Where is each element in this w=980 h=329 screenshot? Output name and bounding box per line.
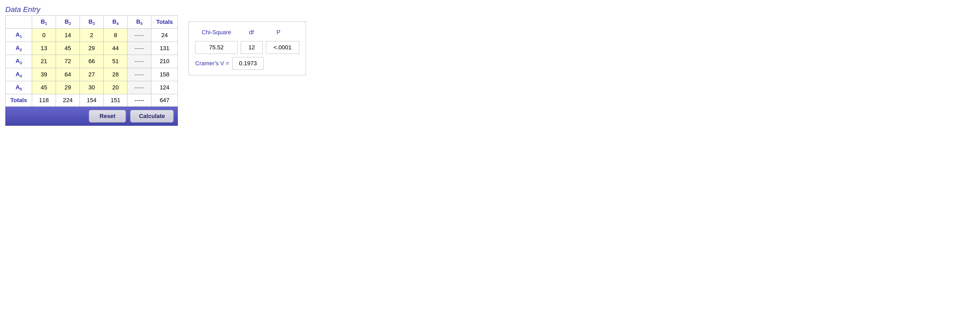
cramers-label: Cramer's V = <box>195 60 229 67</box>
results-grid: Chi-Square df P 75.52 12 <.0001 Cramer's… <box>195 27 299 70</box>
header-b3: B3 <box>80 16 103 29</box>
row-header-a4: A4 <box>6 68 32 81</box>
cell-a1-b4[interactable]: 8 <box>103 29 127 42</box>
totals-grand: 647 <box>151 94 178 107</box>
cell-a5-b4[interactable]: 20 <box>103 81 127 94</box>
cell-a4-b5: ----- <box>127 68 151 81</box>
cell-a4-b2[interactable]: 64 <box>56 68 80 81</box>
cell-a1-b1[interactable]: 0 <box>32 29 56 42</box>
totals-b1: 118 <box>32 94 56 107</box>
page-container: Data Entry B1 B2 B3 B4 B5 Totals A1 0 <box>5 5 975 126</box>
totals-row: Totals 118 224 154 151 ----- 647 <box>6 94 178 107</box>
cell-a3-b3[interactable]: 66 <box>80 55 103 68</box>
page-title: Data Entry <box>5 5 178 14</box>
cell-a4-b4[interactable]: 28 <box>103 68 127 81</box>
calculate-button[interactable]: Calculate <box>130 110 173 123</box>
df-value: 12 <box>241 41 262 54</box>
cell-a1-total: 24 <box>151 29 178 42</box>
results-values-row: 75.52 12 <.0001 <box>195 41 299 54</box>
header-empty <box>6 16 32 29</box>
cell-a2-b3[interactable]: 29 <box>80 42 103 55</box>
table-row: A1 0 14 2 8 ----- 24 <box>6 29 178 42</box>
left-panel: Data Entry B1 B2 B3 B4 B5 Totals A1 0 <box>5 5 178 126</box>
row-header-a2: A2 <box>6 42 32 55</box>
p-value: <.0001 <box>266 41 299 54</box>
header-b5: B5 <box>127 16 151 29</box>
cell-a3-b5: ----- <box>127 55 151 68</box>
totals-b5: ----- <box>127 94 151 107</box>
table-header-row: B1 B2 B3 B4 B5 Totals <box>6 16 178 29</box>
cell-a5-b5: ----- <box>127 81 151 94</box>
cell-a2-b5: ----- <box>127 42 151 55</box>
cell-a2-b2[interactable]: 45 <box>56 42 80 55</box>
df-header: df <box>241 27 262 38</box>
cell-a4-total: 158 <box>151 68 178 81</box>
data-table: B1 B2 B3 B4 B5 Totals A1 0 14 2 8 ----- <box>5 15 178 107</box>
p-header: P <box>265 27 291 38</box>
cell-a1-b2[interactable]: 14 <box>56 29 80 42</box>
right-panel: Chi-Square df P 75.52 12 <.0001 Cramer's… <box>188 21 305 75</box>
cramers-row: Cramer's V = 0.1973 <box>195 57 299 70</box>
row-header-a5: A5 <box>6 81 32 94</box>
results-headers-row: Chi-Square df P <box>195 27 299 38</box>
cell-a2-total: 131 <box>151 42 178 55</box>
header-b4: B4 <box>103 16 127 29</box>
header-totals: Totals <box>151 16 178 29</box>
totals-b4: 151 <box>103 94 127 107</box>
cell-a2-b4[interactable]: 44 <box>103 42 127 55</box>
header-b1: B1 <box>32 16 56 29</box>
cell-a2-b1[interactable]: 13 <box>32 42 56 55</box>
cell-a5-b3[interactable]: 30 <box>80 81 103 94</box>
totals-b2: 224 <box>56 94 80 107</box>
cramers-value: 0.1973 <box>232 57 264 70</box>
button-bar: Reset Calculate <box>5 107 178 126</box>
table-row: A2 13 45 29 44 ----- 131 <box>6 42 178 55</box>
chi-square-header: Chi-Square <box>195 27 237 38</box>
cell-a3-total: 210 <box>151 55 178 68</box>
cell-a1-b5: ----- <box>127 29 151 42</box>
totals-label: Totals <box>6 94 32 107</box>
cell-a4-b1[interactable]: 39 <box>32 68 56 81</box>
cell-a3-b1[interactable]: 21 <box>32 55 56 68</box>
cell-a5-total: 124 <box>151 81 178 94</box>
cell-a1-b3[interactable]: 2 <box>80 29 103 42</box>
cell-a3-b2[interactable]: 72 <box>56 55 80 68</box>
row-header-a1: A1 <box>6 29 32 42</box>
cell-a5-b1[interactable]: 45 <box>32 81 56 94</box>
totals-b3: 154 <box>80 94 103 107</box>
cell-a5-b2[interactable]: 29 <box>56 81 80 94</box>
header-b2: B2 <box>56 16 80 29</box>
reset-button[interactable]: Reset <box>89 110 126 123</box>
table-row: A4 39 64 27 28 ----- 158 <box>6 68 178 81</box>
table-row: A5 45 29 30 20 ----- 124 <box>6 81 178 94</box>
cell-a4-b3[interactable]: 27 <box>80 68 103 81</box>
chi-square-value: 75.52 <box>195 41 237 54</box>
row-header-a3: A3 <box>6 55 32 68</box>
table-row: A3 21 72 66 51 ----- 210 <box>6 55 178 68</box>
cell-a3-b4[interactable]: 51 <box>103 55 127 68</box>
